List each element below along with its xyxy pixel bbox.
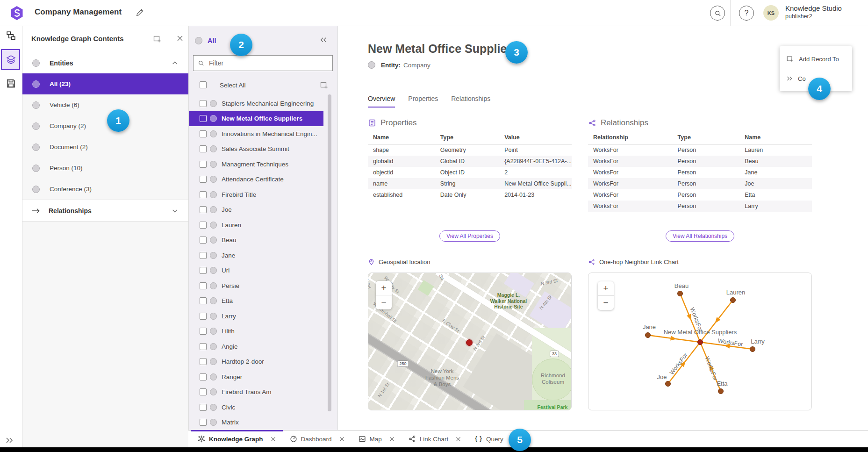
list-item[interactable]: Firebird Trans Am [188,385,337,400]
list-item[interactable]: Etta [188,294,337,309]
item-checkbox[interactable] [200,388,207,395]
list-item[interactable]: Ranger [188,369,337,385]
add-record-icon[interactable] [320,81,328,89]
zoom-in-button[interactable]: + [376,281,392,295]
item-checkbox[interactable] [200,313,207,320]
item-checkbox[interactable] [200,191,207,198]
close-tab-icon[interactable] [456,437,461,442]
zoom-out-button[interactable]: − [376,295,392,309]
list-item[interactable]: Firebird Title [188,187,337,202]
expand-rail-icon[interactable] [5,437,14,444]
list-item[interactable]: New Metal Office Suppliers [188,111,323,127]
list-item[interactable]: Lauren [188,217,337,233]
close-tab-icon[interactable] [271,437,276,442]
graph-node[interactable] [718,389,724,394]
table-cell-link[interactable]: Joe [745,178,812,189]
list-item[interactable]: Attendance Certificate [188,172,337,187]
zoom-in-button[interactable]: + [598,281,614,295]
save-icon[interactable] [6,78,16,89]
table-cell-link[interactable]: WorksFor [588,144,678,156]
list-item[interactable]: Civic [188,400,337,415]
table-cell-link[interactable]: WorksFor [588,189,678,201]
view-all-properties-button[interactable]: View All Properties [439,230,500,242]
doc-tab-dashboard[interactable]: Dashboard [283,430,352,447]
list-item[interactable]: Beau [188,233,337,248]
entity-type-row[interactable]: All (23) [22,73,188,94]
table-cell-link[interactable]: WorksFor [588,201,678,212]
list-item[interactable]: Managment Techniques [188,157,337,172]
zoom-out-button[interactable]: − [598,295,614,310]
item-checkbox[interactable] [200,343,207,350]
doc-tab-knowledge-graph[interactable]: Knowledge Graph [191,430,283,447]
relationships-section-header[interactable]: Relationships [22,200,188,222]
close-tab-icon[interactable] [339,437,344,442]
avatar[interactable]: KS [763,5,779,21]
item-checkbox[interactable] [200,282,207,289]
item-checkbox[interactable] [200,373,207,380]
item-checkbox[interactable] [200,328,207,335]
chevron-down-icon[interactable] [172,208,178,214]
entity-type-row[interactable]: Conference (3) [22,179,188,200]
list-item[interactable]: Lilith [188,324,337,339]
item-checkbox[interactable] [200,145,207,152]
table-cell-link[interactable]: Etta [745,189,812,201]
graph-node[interactable] [731,298,736,303]
list-item[interactable]: Matrix [188,415,337,430]
item-checkbox[interactable] [200,404,207,411]
close-tab-icon[interactable] [389,437,395,442]
edit-title-icon[interactable] [136,8,144,17]
graph-center-node[interactable] [698,340,703,345]
table-cell-link[interactable]: WorksFor [588,167,678,178]
add-record-icon[interactable] [153,35,161,43]
item-checkbox[interactable] [200,419,207,426]
list-item[interactable]: Joe [188,202,337,218]
tab-relationships[interactable]: Relationships [451,95,490,108]
item-checkbox[interactable] [200,267,207,274]
item-checkbox[interactable] [200,130,207,137]
entities-section-header[interactable]: Entities [22,52,188,73]
item-checkbox[interactable] [200,252,207,259]
list-header-label[interactable]: All [208,37,216,44]
table-cell-link[interactable]: WorksFor [588,178,678,189]
table-cell-link[interactable]: WorksFor [588,156,678,167]
list-item[interactable]: Angie [188,339,337,354]
tab-properties[interactable]: Properties [408,95,438,108]
list-item[interactable]: Persie [188,278,337,294]
graph-node[interactable] [646,333,651,338]
entity-type-row[interactable]: Company (2) [22,115,188,136]
filter-input[interactable] [208,59,322,67]
entity-type-row[interactable]: Person (10) [22,158,188,179]
item-checkbox[interactable] [200,176,207,183]
list-item[interactable]: Innovations in Mechanical Engin... [188,126,337,142]
item-checkbox[interactable] [200,237,207,244]
item-checkbox[interactable] [200,115,207,122]
list-item[interactable]: Larry [188,309,337,324]
map-canvas[interactable]: k RdW Clay StSaW Marshall StE Clay StN 3… [368,273,571,410]
view-all-relationships-button[interactable]: View All Relationships [666,230,734,242]
scrollbar-thumb[interactable] [328,94,331,411]
user-info[interactable]: Knowledge Studio publisher2 [785,4,842,20]
entity-type-row[interactable]: Vehicle (6) [22,94,188,115]
doc-tab-link-chart[interactable]: Link Chart [402,430,468,447]
menu-item-add-record-to[interactable]: Add Record To [780,49,852,69]
doc-tab-map[interactable]: Map [352,430,402,447]
close-panel-icon[interactable] [176,35,184,42]
list-item[interactable]: Sales Associate Summit [188,142,337,157]
graph-node[interactable] [678,291,683,296]
data-model-icon[interactable] [6,30,16,41]
graph-node[interactable] [750,347,755,352]
help-button[interactable]: ? [739,6,754,21]
table-cell-link[interactable]: Lauren [745,144,812,156]
item-checkbox[interactable] [200,297,207,304]
item-checkbox[interactable] [200,222,207,229]
link-chart-svg[interactable]: WorksForWorksForWorksForWorksForNew Meta… [588,273,812,410]
item-checkbox[interactable] [200,206,207,213]
list-item[interactable]: Uri [188,263,337,279]
collapse-panel-icon[interactable] [320,37,327,43]
table-cell-link[interactable]: Beau [745,156,812,167]
entity-type-row[interactable]: Document (2) [22,136,188,158]
list-item[interactable]: Jane [188,248,337,263]
graph-node[interactable] [666,381,671,387]
tab-overview[interactable]: Overview [368,95,395,108]
table-cell-link[interactable]: Larry [745,201,812,212]
